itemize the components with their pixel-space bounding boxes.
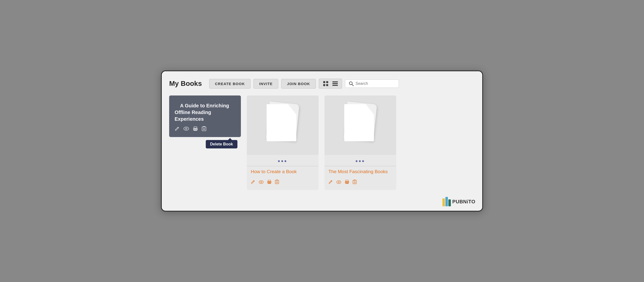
- book-page-front: [266, 104, 296, 141]
- invite-button[interactable]: INVITE: [254, 79, 278, 88]
- book-cover: [247, 96, 318, 155]
- book-card-body: How to Create a Book: [247, 166, 318, 190]
- edit-book-button[interactable]: [328, 180, 333, 185]
- svg-rect-46: [446, 197, 448, 206]
- book-card: ••• The Most Fascinating Books: [324, 96, 396, 190]
- view-toggle-group: [319, 79, 342, 88]
- logo: PUBNiTO: [442, 197, 475, 206]
- book-cover: [324, 96, 396, 155]
- svg-point-33: [336, 180, 341, 184]
- book-title-link[interactable]: How to Create a Book: [251, 169, 314, 175]
- grid-view-button[interactable]: [322, 80, 330, 87]
- svg-rect-26: [268, 182, 270, 183]
- svg-rect-35: [346, 180, 348, 182]
- svg-rect-38: [346, 182, 348, 183]
- search-button[interactable]: [349, 81, 354, 86]
- edit-book-button[interactable]: [174, 126, 180, 132]
- svg-rect-6: [332, 85, 338, 86]
- svg-rect-45: [442, 198, 445, 206]
- svg-rect-1: [326, 81, 328, 83]
- list-icon: [332, 82, 338, 86]
- search-input[interactable]: [356, 82, 395, 86]
- svg-point-9: [184, 127, 189, 130]
- svg-point-22: [260, 181, 262, 182]
- svg-rect-47: [448, 200, 451, 206]
- eye-icon: [184, 127, 189, 130]
- svg-rect-3: [326, 84, 328, 86]
- view-book-button[interactable]: [184, 127, 189, 132]
- dots-menu[interactable]: •••: [356, 157, 365, 165]
- eye-icon: [336, 180, 341, 184]
- grid-icon: [323, 81, 328, 86]
- trash-icon: [275, 179, 279, 184]
- print-icon: [345, 180, 349, 184]
- print-book-button[interactable]: [345, 180, 349, 185]
- book-page-visual: [265, 103, 300, 145]
- delete-tooltip: Delete Book: [206, 140, 238, 148]
- book-title-link[interactable]: The Most Fascinating Books: [328, 169, 392, 175]
- book-actions: [328, 177, 392, 186]
- book-actions: [251, 177, 314, 186]
- join-book-button[interactable]: JOIN BOOK: [281, 79, 316, 88]
- print-book-button[interactable]: [193, 126, 198, 132]
- print-book-button[interactable]: [267, 180, 272, 185]
- list-view-button[interactable]: [331, 81, 339, 86]
- eye-icon: [259, 180, 264, 184]
- svg-rect-23: [268, 180, 271, 182]
- book-actions: [169, 122, 241, 137]
- page-title: My Books: [169, 80, 202, 88]
- edit-icon: [174, 126, 180, 131]
- book-card: A Guide to Enriching Offline Reading Exp…: [169, 96, 241, 137]
- search-icon: [349, 81, 354, 86]
- edit-icon: [328, 180, 333, 184]
- search-wrapper: [345, 80, 399, 88]
- svg-point-34: [338, 181, 339, 182]
- book-card: ••• How to Create a Book: [247, 96, 318, 190]
- svg-rect-14: [194, 130, 196, 130]
- svg-rect-11: [194, 127, 197, 129]
- svg-rect-2: [323, 84, 325, 86]
- delete-book-button[interactable]: [275, 179, 279, 186]
- edit-book-button[interactable]: [251, 180, 255, 185]
- svg-rect-5: [332, 83, 338, 84]
- svg-rect-0: [323, 81, 325, 83]
- svg-point-21: [259, 180, 264, 184]
- trash-icon: [202, 126, 206, 131]
- trash-icon: [353, 179, 356, 184]
- print-icon: [193, 126, 198, 131]
- books-grid: A Guide to Enriching Offline Reading Exp…: [169, 96, 475, 190]
- logo-text: PUBNiTO: [452, 199, 475, 204]
- book-card-body: The Most Fascinating Books: [324, 166, 396, 190]
- view-book-button[interactable]: [259, 180, 264, 185]
- view-book-button[interactable]: [336, 180, 341, 185]
- book-page-front: [344, 104, 374, 141]
- dots-menu[interactable]: •••: [278, 157, 288, 165]
- delete-book-button[interactable]: [202, 126, 206, 132]
- main-window: My Books CREATE BOOK INVITE JOIN BOOK: [161, 70, 483, 212]
- book-title: A Guide to Enriching Offline Reading Exp…: [174, 96, 229, 122]
- print-icon: [267, 180, 272, 184]
- header: My Books CREATE BOOK INVITE JOIN BOOK: [169, 79, 475, 88]
- svg-line-8: [352, 84, 354, 86]
- svg-point-10: [186, 128, 187, 129]
- delete-book-button[interactable]: [353, 179, 356, 186]
- logo-icon: [442, 197, 451, 206]
- pubnito-logo-icon: [442, 197, 451, 206]
- create-book-button[interactable]: CREATE BOOK: [209, 79, 250, 88]
- book-page-visual: [343, 103, 378, 145]
- edit-icon: [251, 180, 255, 184]
- svg-rect-4: [332, 82, 338, 82]
